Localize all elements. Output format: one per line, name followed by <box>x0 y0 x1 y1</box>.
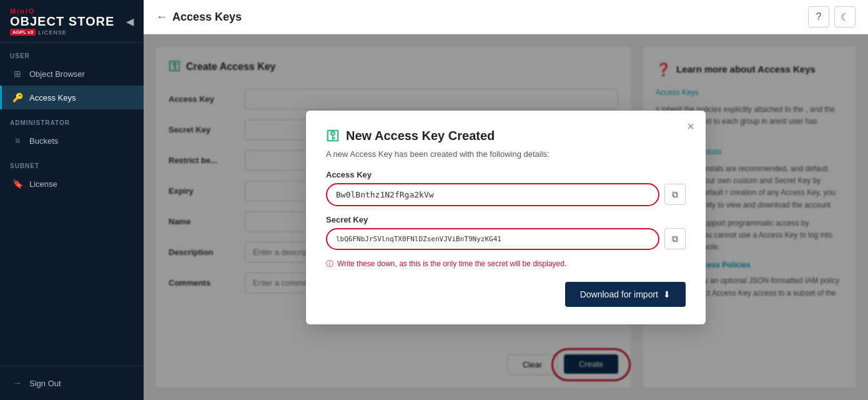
sign-out-icon: → <box>12 378 23 389</box>
download-button-label: Download for import <box>580 289 658 299</box>
sidebar-item-sign-out[interactable]: → Sign Out <box>0 371 144 395</box>
sidebar-toggle-button[interactable]: ◀ <box>126 16 134 28</box>
access-key-input-row: ⧉ <box>326 183 686 206</box>
sidebar-item-license[interactable]: 🔖 License <box>0 172 144 196</box>
back-button[interactable]: ← <box>156 11 167 24</box>
secret-key-field-label: Secret Key <box>326 215 686 224</box>
sidebar-item-label-object-browser: Object Browser <box>29 69 85 79</box>
topbar: ← Access Keys ? ☾ <box>144 0 868 34</box>
sidebar-section-user: User <box>0 42 144 62</box>
modal-secret-key-input[interactable] <box>326 228 659 250</box>
modal-key-icon: ⚿ <box>326 128 340 144</box>
object-browser-icon: ⊞ <box>12 68 23 79</box>
logo-product: OBJECT STORE <box>10 15 114 28</box>
help-button[interactable]: ? <box>808 6 829 28</box>
modal-access-key-input[interactable] <box>326 183 659 206</box>
content-area: ⚿ Create Access Key Access Key Secret Ke… <box>144 34 868 400</box>
sidebar-item-buckets[interactable]: ≡ Buckets <box>0 129 144 152</box>
page-title: Access Keys <box>172 11 242 24</box>
access-key-field-label: Access Key <box>326 170 686 179</box>
logo-license-text: LICENSE <box>38 29 67 36</box>
sidebar-item-access-keys[interactable]: 🔑 Access Keys <box>0 86 144 109</box>
modal-subtitle: A new Access Key has been created with t… <box>326 149 686 159</box>
topbar-right: ? ☾ <box>808 6 856 28</box>
secret-key-input-row: ⧉ <box>326 228 686 250</box>
access-keys-icon: 🔑 <box>12 92 23 103</box>
modal-title: ⚿ New Access Key Created <box>326 128 686 144</box>
buckets-icon: ≡ <box>12 135 23 146</box>
sidebar-item-object-browser[interactable]: ⊞ Object Browser <box>0 62 144 86</box>
sidebar-item-label-access-keys: Access Keys <box>29 93 76 102</box>
new-access-key-modal: × ⚿ New Access Key Created A new Access … <box>306 111 706 324</box>
sidebar-section-admin: Administrator <box>0 109 144 129</box>
download-for-import-button[interactable]: Download for import ⬇ <box>565 282 686 307</box>
license-icon: 🔖 <box>12 178 23 189</box>
theme-toggle-button[interactable]: ☾ <box>834 6 856 28</box>
copy-secret-key-button[interactable]: ⧉ <box>664 228 686 249</box>
logo-text: MinIO OBJECT STORE AGPL v3 LICENSE <box>10 8 114 36</box>
modal-title-text: New Access Key Created <box>346 129 495 143</box>
sidebar-item-label-buckets: Buckets <box>29 136 58 146</box>
copy-access-key-button[interactable]: ⧉ <box>664 184 686 205</box>
logo-license-badge: AGPL v3 <box>10 29 36 36</box>
main-content: ← Access Keys ? ☾ ⚿ Create Access Key Ac… <box>144 0 868 400</box>
topbar-left: ← Access Keys <box>156 11 242 24</box>
sidebar-item-label-sign-out: Sign Out <box>29 379 61 388</box>
sidebar: MinIO OBJECT STORE AGPL v3 LICENSE ◀ Use… <box>0 0 144 400</box>
sidebar-bottom: → Sign Out <box>0 366 144 400</box>
modal-warning: ⓘ Write these down, as this is the only … <box>326 259 686 269</box>
modal-close-button[interactable]: × <box>687 119 694 134</box>
modal-overlay: × ⚿ New Access Key Created A new Access … <box>144 34 868 400</box>
warning-text-content: Write these down, as this is the only ti… <box>337 259 566 268</box>
download-icon: ⬇ <box>663 289 671 299</box>
sidebar-item-label-license: License <box>29 179 57 189</box>
logo-license-row: AGPL v3 LICENSE <box>10 29 114 36</box>
warning-icon: ⓘ <box>326 259 333 269</box>
sidebar-section-subnet: Subnet <box>0 152 144 172</box>
sidebar-logo: MinIO OBJECT STORE AGPL v3 LICENSE ◀ <box>0 0 144 42</box>
